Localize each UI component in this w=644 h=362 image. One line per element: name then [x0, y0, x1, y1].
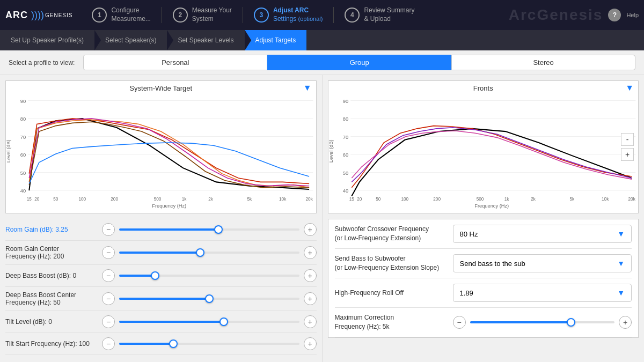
breadcrumb: Set Up Speaker Profile(s) Select Speaker… — [0, 30, 644, 50]
svg-text:20k: 20k — [305, 196, 313, 202]
logo-genesis: GENESIS — [45, 12, 72, 18]
control-room-gain-freq: Room Gain CenterFrequency (Hz): 200 − + — [5, 241, 317, 265]
svg-text:20k: 20k — [628, 196, 635, 202]
control-crossover-freq: Subwoofer Crossover Frequency(or Low-Fre… — [335, 219, 632, 249]
zoom-plus-button[interactable]: + — [621, 148, 634, 161]
svg-text:70: 70 — [342, 135, 348, 140]
svg-text:100: 100 — [78, 196, 86, 202]
send-bass-label: Send Bass to Subwoofer(or Low-Frequency … — [335, 254, 453, 272]
step-4[interactable]: 4 Review Summary & Upload — [336, 2, 423, 27]
right-chart-dropdown[interactable]: ▼ — [625, 83, 634, 93]
left-chart-area: 90 80 70 60 50 40 Level (dB) 15 20 50 10… — [6, 95, 316, 213]
svg-text:Level (dB): Level (dB) — [6, 139, 11, 162]
tilt-level-plus[interactable]: + — [304, 315, 317, 328]
svg-text:500: 500 — [476, 196, 484, 202]
deep-bass-track[interactable] — [119, 275, 299, 277]
left-chart-svg: 90 80 70 60 50 40 Level (dB) 15 20 50 10… — [6, 95, 316, 213]
tilt-level-track[interactable] — [119, 321, 299, 323]
control-max-correction: Maximum CorrectionFrequency (Hz): 5k − + — [335, 308, 632, 337]
room-gain-minus[interactable]: − — [102, 223, 115, 236]
deep-bass-freq-plus[interactable]: + — [304, 292, 317, 305]
svg-text:15: 15 — [27, 196, 32, 202]
step-1-label: Configure Measureme... — [111, 6, 150, 23]
svg-text:5k: 5k — [247, 196, 252, 202]
room-gain-plus[interactable]: + — [304, 223, 317, 236]
step-3-circle: 3 — [254, 8, 269, 23]
svg-text:200: 200 — [433, 196, 441, 202]
tilt-level-minus[interactable]: − — [102, 315, 115, 328]
control-tilt-freq: Tilt Start Frequency (Hz): 100 − + — [5, 333, 317, 355]
max-correction-plus[interactable]: + — [619, 316, 632, 329]
tilt-freq-label: Tilt Start Frequency (Hz): 100 — [5, 340, 102, 348]
tab-group[interactable]: Group — [267, 55, 451, 70]
tab-personal[interactable]: Personal — [83, 55, 267, 70]
logo-arc-text: ARC — [5, 10, 28, 21]
svg-text:5k: 5k — [569, 196, 575, 202]
left-controls: Room Gain (dB): 3.25 − + Room Gain Cente… — [5, 219, 317, 355]
svg-text:80: 80 — [342, 116, 348, 122]
tilt-freq-plus[interactable]: + — [304, 337, 317, 350]
left-chart-dropdown[interactable]: ▼ — [303, 83, 312, 93]
svg-text:20: 20 — [357, 196, 362, 202]
hf-rolloff-select[interactable]: 1.89 ▼ — [453, 284, 632, 302]
crossover-freq-select[interactable]: 80 Hz ▼ — [453, 225, 632, 243]
room-gain-freq-track[interactable] — [119, 252, 299, 254]
tab-stereo[interactable]: Stereo — [451, 55, 635, 70]
deep-bass-plus[interactable]: + — [304, 269, 317, 282]
profile-bar: Select a profile to view: Personal Group… — [0, 50, 644, 75]
zoom-controls: - + — [621, 133, 634, 161]
deep-bass-freq-track[interactable] — [119, 298, 299, 300]
zoom-minus-button[interactable]: - — [621, 133, 634, 146]
tilt-freq-minus[interactable]: − — [102, 337, 115, 350]
step-2-circle: 2 — [173, 8, 188, 23]
crossover-freq-arrow: ▼ — [617, 230, 625, 238]
room-gain-freq-plus[interactable]: + — [304, 246, 317, 259]
svg-text:60: 60 — [20, 152, 26, 158]
crossover-freq-value: 80 Hz — [460, 230, 478, 238]
control-tilt-level: Tilt Level (dB): 0 − + — [5, 311, 317, 333]
deep-bass-freq-label: Deep Bass Boost CenterFrequency (Hz): 50 — [5, 291, 102, 306]
logo-waves: )))) — [31, 10, 44, 21]
svg-text:50: 50 — [20, 171, 26, 176]
svg-text:40: 40 — [20, 188, 26, 194]
header: ARC )))) GENESIS 1 Configure Measureme..… — [0, 0, 644, 30]
tilt-freq-track[interactable] — [119, 343, 299, 345]
svg-text:80: 80 — [20, 116, 26, 122]
send-bass-select[interactable]: Send bass to the sub ▼ — [453, 254, 632, 272]
step-3-label: Adjust ARC Settings (optional) — [273, 6, 323, 23]
svg-text:Frequency (Hz): Frequency (Hz) — [474, 203, 509, 208]
step-3[interactable]: 3 Adjust ARC Settings (optional) — [245, 2, 332, 27]
step-divider-2 — [243, 7, 243, 23]
deep-bass-freq-minus[interactable]: − — [102, 292, 115, 305]
svg-text:100: 100 — [401, 196, 408, 202]
svg-text:40: 40 — [342, 188, 348, 194]
svg-text:Level (dB): Level (dB) — [328, 139, 334, 162]
deep-bass-minus[interactable]: − — [102, 269, 115, 282]
breadcrumb-select[interactable]: Select Speaker(s) — [94, 30, 167, 50]
svg-text:90: 90 — [342, 99, 348, 104]
svg-text:20: 20 — [34, 196, 40, 202]
room-gain-freq-minus[interactable]: − — [102, 246, 115, 259]
step-1[interactable]: 1 Configure Measureme... — [83, 2, 159, 27]
hf-rolloff-value: 1.89 — [460, 289, 473, 297]
max-correction-slider-container: − + — [453, 316, 632, 329]
breadcrumb-setup[interactable]: Set Up Speaker Profile(s) — [0, 30, 94, 50]
left-chart-title: System-Wide Target — [129, 84, 192, 92]
max-correction-minus[interactable]: − — [453, 316, 466, 329]
help-label: Help — [626, 12, 639, 18]
max-correction-track[interactable] — [470, 321, 615, 323]
help-button[interactable]: ? — [608, 9, 621, 21]
room-gain-track[interactable] — [119, 228, 299, 231]
svg-text:1k: 1k — [504, 196, 509, 202]
control-room-gain: Room Gain (dB): 3.25 − + — [5, 219, 317, 241]
svg-text:50: 50 — [53, 196, 58, 202]
breadcrumb-targets[interactable]: Adjust Targets — [245, 30, 307, 50]
right-chart-title: Fronts — [473, 84, 493, 92]
control-hf-rolloff: High-Frequency Roll Off 1.89 ▼ — [335, 278, 632, 308]
breadcrumb-levels[interactable]: Set Speaker Levels — [167, 30, 244, 50]
control-deep-bass-freq: Deep Bass Boost CenterFrequency (Hz): 50… — [5, 287, 317, 311]
right-chart-container: Fronts ▼ 90 80 70 60 50 — [328, 80, 639, 213]
deep-bass-freq-slider-container: − + — [102, 292, 317, 305]
step-2[interactable]: 2 Measure Your System — [164, 2, 240, 27]
room-gain-freq-slider-container: − + — [102, 246, 317, 259]
